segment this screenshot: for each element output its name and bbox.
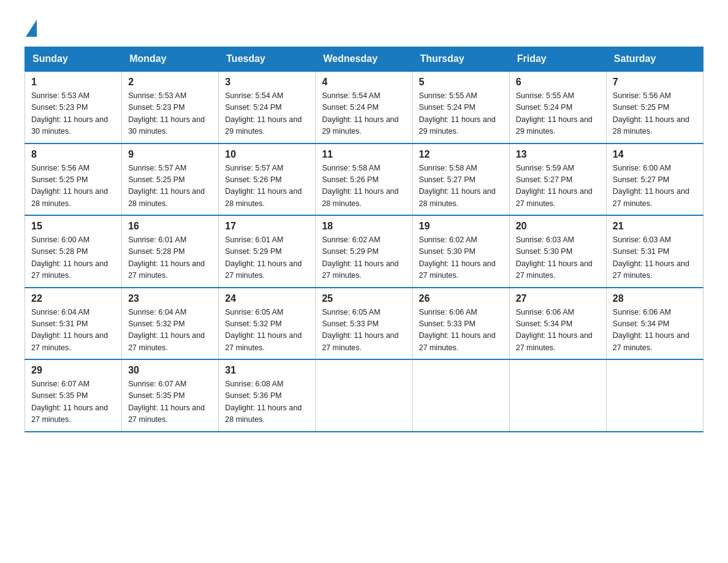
calendar-day-cell: 10 Sunrise: 5:57 AMSunset: 5:26 PMDaylig… (219, 144, 316, 216)
calendar-week-row: 29 Sunrise: 6:07 AMSunset: 5:35 PMDaylig… (25, 359, 703, 432)
day-info: Sunrise: 6:08 AMSunset: 5:36 PMDaylight:… (225, 380, 301, 424)
day-number: 29 (31, 365, 115, 376)
day-number: 20 (516, 221, 600, 232)
calendar-day-cell: 9 Sunrise: 5:57 AMSunset: 5:25 PMDayligh… (122, 144, 219, 216)
calendar-header-wednesday: Wednesday (316, 47, 412, 72)
day-number: 1 (31, 77, 115, 88)
day-info: Sunrise: 6:06 AMSunset: 5:34 PMDaylight:… (613, 308, 689, 352)
calendar-day-cell: 13 Sunrise: 5:59 AMSunset: 5:27 PMDaylig… (509, 144, 606, 216)
calendar-table: SundayMondayTuesdayWednesdayThursdayFrid… (25, 47, 703, 432)
calendar-day-cell: 27 Sunrise: 6:06 AMSunset: 5:34 PMDaylig… (509, 288, 606, 360)
calendar-header-row: SundayMondayTuesdayWednesdayThursdayFrid… (25, 47, 703, 72)
day-number: 28 (613, 293, 697, 304)
calendar-week-row: 1 Sunrise: 5:53 AMSunset: 5:23 PMDayligh… (25, 71, 703, 144)
calendar-day-cell: 15 Sunrise: 6:00 AMSunset: 5:28 PMDaylig… (25, 215, 122, 288)
day-info: Sunrise: 6:05 AMSunset: 5:33 PMDaylight:… (322, 308, 398, 352)
day-number: 18 (322, 221, 406, 232)
calendar-day-cell: 5 Sunrise: 5:55 AMSunset: 5:24 PMDayligh… (412, 71, 509, 144)
calendar-day-cell: 23 Sunrise: 6:04 AMSunset: 5:32 PMDaylig… (122, 288, 219, 360)
calendar-day-cell: 7 Sunrise: 5:56 AMSunset: 5:25 PMDayligh… (606, 71, 703, 144)
day-number: 15 (31, 221, 115, 232)
calendar-day-cell: 6 Sunrise: 5:55 AMSunset: 5:24 PMDayligh… (509, 71, 606, 144)
calendar-week-row: 15 Sunrise: 6:00 AMSunset: 5:28 PMDaylig… (25, 215, 703, 288)
calendar-header-friday: Friday (509, 47, 606, 72)
day-info: Sunrise: 6:07 AMSunset: 5:35 PMDaylight:… (128, 380, 205, 424)
day-info: Sunrise: 5:55 AMSunset: 5:24 PMDaylight:… (419, 91, 496, 136)
calendar-day-cell: 21 Sunrise: 6:03 AMSunset: 5:31 PMDaylig… (606, 215, 703, 288)
day-info: Sunrise: 5:56 AMSunset: 5:25 PMDaylight:… (31, 164, 108, 208)
calendar-day-cell: 17 Sunrise: 6:01 AMSunset: 5:29 PMDaylig… (219, 215, 316, 288)
calendar-day-cell: 28 Sunrise: 6:06 AMSunset: 5:34 PMDaylig… (606, 288, 703, 360)
day-info: Sunrise: 6:05 AMSunset: 5:32 PMDaylight:… (225, 308, 301, 352)
calendar-day-cell (316, 359, 412, 432)
calendar-day-cell: 16 Sunrise: 6:01 AMSunset: 5:28 PMDaylig… (122, 215, 219, 288)
day-info: Sunrise: 6:03 AMSunset: 5:31 PMDaylight:… (613, 236, 689, 280)
day-number: 30 (128, 365, 212, 376)
calendar-day-cell: 8 Sunrise: 5:56 AMSunset: 5:25 PMDayligh… (25, 144, 122, 216)
calendar-day-cell: 26 Sunrise: 6:06 AMSunset: 5:33 PMDaylig… (412, 288, 509, 360)
day-info: Sunrise: 6:07 AMSunset: 5:35 PMDaylight:… (31, 380, 108, 424)
calendar-header-tuesday: Tuesday (219, 47, 316, 72)
calendar-day-cell: 14 Sunrise: 6:00 AMSunset: 5:27 PMDaylig… (606, 144, 703, 216)
calendar-day-cell: 4 Sunrise: 5:54 AMSunset: 5:24 PMDayligh… (316, 71, 412, 144)
logo-triangle-icon (26, 20, 37, 37)
calendar-header-thursday: Thursday (412, 47, 509, 72)
day-info: Sunrise: 5:57 AMSunset: 5:25 PMDaylight:… (128, 164, 205, 208)
day-info: Sunrise: 5:54 AMSunset: 5:24 PMDaylight:… (225, 91, 301, 136)
calendar-day-cell: 3 Sunrise: 5:54 AMSunset: 5:24 PMDayligh… (219, 71, 316, 144)
day-number: 25 (322, 293, 406, 304)
calendar-day-cell: 30 Sunrise: 6:07 AMSunset: 5:35 PMDaylig… (122, 359, 219, 432)
day-number: 21 (613, 221, 697, 232)
day-info: Sunrise: 6:03 AMSunset: 5:30 PMDaylight:… (516, 236, 593, 280)
day-number: 24 (225, 293, 309, 304)
calendar-week-row: 8 Sunrise: 5:56 AMSunset: 5:25 PMDayligh… (25, 144, 703, 216)
day-number: 2 (128, 77, 212, 88)
day-number: 23 (128, 293, 212, 304)
calendar-day-cell: 22 Sunrise: 6:04 AMSunset: 5:31 PMDaylig… (25, 288, 122, 360)
day-info: Sunrise: 5:55 AMSunset: 5:24 PMDaylight:… (516, 91, 593, 136)
calendar-day-cell: 12 Sunrise: 5:58 AMSunset: 5:27 PMDaylig… (412, 144, 509, 216)
day-number: 9 (128, 149, 212, 160)
day-info: Sunrise: 6:00 AMSunset: 5:28 PMDaylight:… (31, 236, 108, 280)
day-number: 22 (31, 293, 115, 304)
calendar-header-saturday: Saturday (606, 47, 703, 72)
calendar-day-cell: 11 Sunrise: 5:58 AMSunset: 5:26 PMDaylig… (316, 144, 412, 216)
calendar-day-cell: 20 Sunrise: 6:03 AMSunset: 5:30 PMDaylig… (509, 215, 606, 288)
day-info: Sunrise: 5:58 AMSunset: 5:27 PMDaylight:… (419, 164, 496, 208)
day-info: Sunrise: 6:04 AMSunset: 5:32 PMDaylight:… (128, 308, 205, 352)
calendar-day-cell (509, 359, 606, 432)
calendar-day-cell: 24 Sunrise: 6:05 AMSunset: 5:32 PMDaylig… (219, 288, 316, 360)
calendar-day-cell: 25 Sunrise: 6:05 AMSunset: 5:33 PMDaylig… (316, 288, 412, 360)
day-info: Sunrise: 6:06 AMSunset: 5:33 PMDaylight:… (419, 308, 496, 352)
day-info: Sunrise: 6:01 AMSunset: 5:29 PMDaylight:… (225, 236, 301, 280)
calendar-header-monday: Monday (122, 47, 219, 72)
day-number: 16 (128, 221, 212, 232)
calendar-header-sunday: Sunday (25, 47, 122, 72)
calendar-week-row: 22 Sunrise: 6:04 AMSunset: 5:31 PMDaylig… (25, 288, 703, 360)
calendar-day-cell: 31 Sunrise: 6:08 AMSunset: 5:36 PMDaylig… (219, 359, 316, 432)
day-info: Sunrise: 5:58 AMSunset: 5:26 PMDaylight:… (322, 164, 398, 208)
day-number: 13 (516, 149, 600, 160)
day-info: Sunrise: 6:00 AMSunset: 5:27 PMDaylight:… (613, 164, 689, 208)
day-number: 19 (419, 221, 503, 232)
day-number: 10 (225, 149, 309, 160)
page-header (25, 18, 703, 34)
calendar-day-cell: 18 Sunrise: 6:02 AMSunset: 5:29 PMDaylig… (316, 215, 412, 288)
day-info: Sunrise: 6:01 AMSunset: 5:28 PMDaylight:… (128, 236, 205, 280)
day-number: 8 (31, 149, 115, 160)
day-number: 31 (225, 365, 309, 376)
logo (25, 18, 37, 34)
day-number: 3 (225, 77, 309, 88)
day-info: Sunrise: 5:53 AMSunset: 5:23 PMDaylight:… (31, 91, 108, 136)
calendar-day-cell: 1 Sunrise: 5:53 AMSunset: 5:23 PMDayligh… (25, 71, 122, 144)
day-info: Sunrise: 6:02 AMSunset: 5:29 PMDaylight:… (322, 236, 398, 280)
day-number: 4 (322, 77, 406, 88)
day-info: Sunrise: 5:53 AMSunset: 5:23 PMDaylight:… (128, 91, 205, 136)
day-info: Sunrise: 6:06 AMSunset: 5:34 PMDaylight:… (516, 308, 593, 352)
calendar-day-cell (606, 359, 703, 432)
day-number: 26 (419, 293, 503, 304)
day-number: 11 (322, 149, 406, 160)
day-number: 5 (419, 77, 503, 88)
calendar-day-cell: 29 Sunrise: 6:07 AMSunset: 5:35 PMDaylig… (25, 359, 122, 432)
day-info: Sunrise: 5:57 AMSunset: 5:26 PMDaylight:… (225, 164, 301, 208)
